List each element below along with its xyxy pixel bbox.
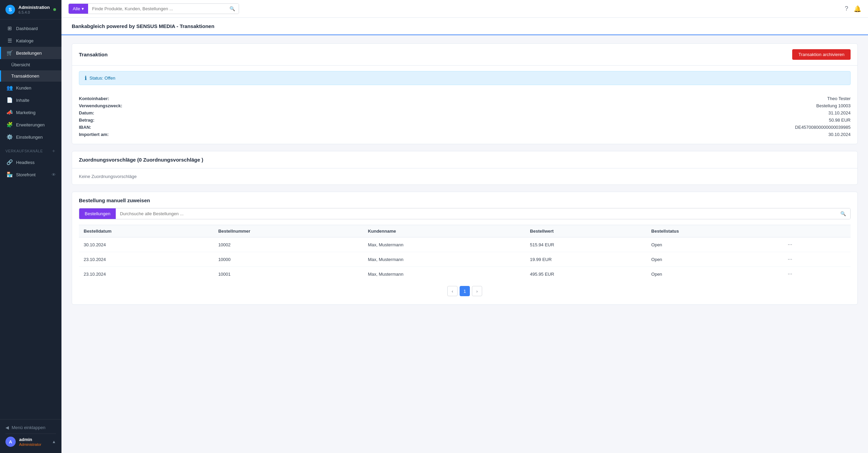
sidebar-item-kunden[interactable]: 👥 Kunden (0, 82, 61, 94)
page-area: Bankabgleich powered by SENSUS MEDIA - T… (61, 18, 868, 453)
notifications-icon[interactable]: 🔔 (854, 5, 861, 13)
row-more-button[interactable]: ··· (785, 270, 795, 278)
kontoinhaber-value: Theo Tester (129, 96, 851, 101)
collapse-menu-button[interactable]: ◀ Menü einklappen (5, 423, 56, 432)
cell-date: 30.10.2024 (79, 237, 213, 252)
prev-page-button[interactable]: ‹ (447, 286, 458, 296)
main-content: Alle ▾ 🔍 ? 🔔 Bankabgleich powered by SEN… (61, 0, 868, 453)
kataloge-icon: ☰ (6, 38, 13, 44)
sidebar-item-label: Übersicht (11, 62, 30, 67)
user-row[interactable]: A admin Administrator ▲ (5, 434, 56, 450)
online-indicator (53, 8, 56, 11)
search-submit-button[interactable]: 🔍 (226, 4, 239, 14)
sidebar-item-label: Inhalte (16, 98, 29, 103)
datum-value: 31.10.2024 (129, 110, 851, 115)
bestellungen-tab-button[interactable]: Bestellungen (79, 208, 116, 219)
app-name: Administration (18, 5, 50, 10)
cell-status: Open (646, 267, 780, 282)
col-bestellwert: Bestellwert (525, 225, 646, 237)
zuordnung-header: Zuordnungsvorschläge (0 Zuordnungsvorsch… (72, 151, 857, 168)
transaction-details: Kontoinhaber: Theo Tester Verwendungszwe… (72, 91, 857, 144)
sidebar-item-erweiterungen[interactable]: 🧩 Erweiterungen (0, 119, 61, 131)
info-icon: ℹ (85, 75, 87, 81)
app-logo: S (5, 5, 15, 14)
sidebar-item-label: Marketing (16, 110, 36, 115)
page-1-button[interactable]: 1 (460, 286, 470, 296)
sidebar: S Administration 6.5.4.0 ⊞ Dashboard ☰ K… (0, 0, 61, 453)
sidebar-item-inhalte[interactable]: 📄 Inhalte (0, 94, 61, 106)
zuordnung-body: Keine Zuordnungsvorschläge (72, 168, 857, 184)
order-search-submit-button[interactable]: 🔍 (836, 208, 850, 219)
transaktion-card: Transaktion Transaktion archivieren ℹ St… (72, 43, 858, 144)
importiert-am-label: Importiert am: (79, 132, 122, 137)
sidebar-item-label: Bestellungen (16, 51, 42, 56)
cell-value: 19.99 EUR (525, 252, 646, 267)
sidebar-item-label: Kunden (16, 85, 31, 91)
cell-actions: ··· (780, 267, 851, 282)
cell-status: Open (646, 252, 780, 267)
cell-customer: Max, Mustermann (363, 267, 525, 282)
marketing-icon: 📣 (6, 109, 13, 115)
assign-section: Bestellung manuell zuweisen Bestellungen… (72, 192, 857, 304)
page-title: Bankabgleich powered by SENSUS MEDIA - T… (61, 18, 868, 35)
help-icon[interactable]: ? (845, 5, 848, 13)
cell-actions: ··· (780, 237, 851, 252)
einstellungen-icon: ⚙️ (6, 134, 13, 140)
sidebar-item-uebersicht[interactable]: Übersicht (0, 59, 61, 70)
order-search-bar: Bestellungen 🔍 (79, 208, 851, 219)
order-search-input[interactable] (116, 208, 836, 219)
search-input[interactable] (88, 4, 226, 14)
iban-label: IBAN: (79, 125, 122, 130)
search-filter-button[interactable]: Alle ▾ (69, 4, 88, 14)
table-row: 23.10.2024 10000 Max, Mustermann 19.99 E… (79, 252, 851, 267)
transaktion-title: Transaktion (79, 52, 108, 57)
cell-customer: Max, Mustermann (363, 252, 525, 267)
cell-value: 515.94 EUR (525, 237, 646, 252)
dashboard-icon: ⊞ (6, 25, 13, 31)
sidebar-item-label: Kataloge (16, 38, 33, 43)
cell-actions: ··· (780, 252, 851, 267)
chevron-down-icon: ▾ (82, 6, 84, 11)
row-more-button[interactable]: ··· (785, 256, 795, 263)
col-bestellstatus: Bestellstatus (646, 225, 780, 237)
collapse-icon: ◀ (5, 425, 9, 430)
sidebar-item-label: Headless (16, 160, 34, 165)
user-chevron-icon: ▲ (52, 439, 56, 444)
sidebar-item-headless[interactable]: 🔗 Headless (0, 156, 61, 168)
cell-date: 23.10.2024 (79, 267, 213, 282)
topbar: Alle ▾ 🔍 ? 🔔 (61, 0, 868, 18)
sidebar-item-bestellungen[interactable]: 🛒 Bestellungen (0, 47, 61, 59)
archive-button[interactable]: Transaktion archivieren (792, 49, 851, 60)
avatar: A (5, 437, 16, 447)
sidebar-item-dashboard[interactable]: ⊞ Dashboard (0, 22, 61, 35)
status-banner: ℹ Status: Offen (79, 71, 851, 85)
cell-customer: Max, Mustermann (363, 237, 525, 252)
assign-title: Bestellung manuell zuweisen (79, 197, 851, 203)
verkaufskanaele-section: Verkaufskanäle ＋ (0, 143, 61, 156)
storefront-visibility-icon: 👁 (52, 172, 56, 177)
sidebar-item-label: Erweiterungen (16, 122, 45, 127)
sidebar-item-einstellungen[interactable]: ⚙️ Einstellungen (0, 131, 61, 143)
cell-number: 10000 (213, 252, 363, 267)
sidebar-item-marketing[interactable]: 📣 Marketing (0, 106, 61, 119)
kunden-icon: 👥 (6, 85, 13, 91)
col-kundenname: Kundenname (363, 225, 525, 237)
search-bar: Alle ▾ 🔍 (68, 3, 239, 14)
row-more-button[interactable]: ··· (785, 241, 795, 248)
sidebar-bottom: ◀ Menü einklappen A admin Administrator … (0, 419, 61, 453)
next-page-button[interactable]: › (472, 286, 482, 296)
table-row: 23.10.2024 10001 Max, Mustermann 495.95 … (79, 267, 851, 282)
sidebar-item-storefront[interactable]: 🏪 Storefront 👁 (0, 168, 61, 181)
user-name: admin (19, 437, 41, 442)
sidebar-item-transaktionen[interactable]: Transaktionen (0, 70, 61, 82)
sidebar-header: S Administration 6.5.4.0 (0, 0, 61, 19)
betrag-value: 50.98 EUR (129, 118, 851, 123)
add-verkaufskanal-icon[interactable]: ＋ (51, 148, 56, 154)
page-body: Transaktion Transaktion archivieren ℹ St… (61, 35, 868, 320)
bestellungen-icon: 🛒 (6, 50, 13, 56)
importiert-am-value: 30.10.2024 (129, 132, 851, 137)
col-bestelldatum: Bestelldatum (79, 225, 213, 237)
cell-value: 495.95 EUR (525, 267, 646, 282)
sidebar-item-kataloge[interactable]: ☰ Kataloge (0, 35, 61, 47)
pagination: ‹ 1 › (79, 281, 851, 298)
